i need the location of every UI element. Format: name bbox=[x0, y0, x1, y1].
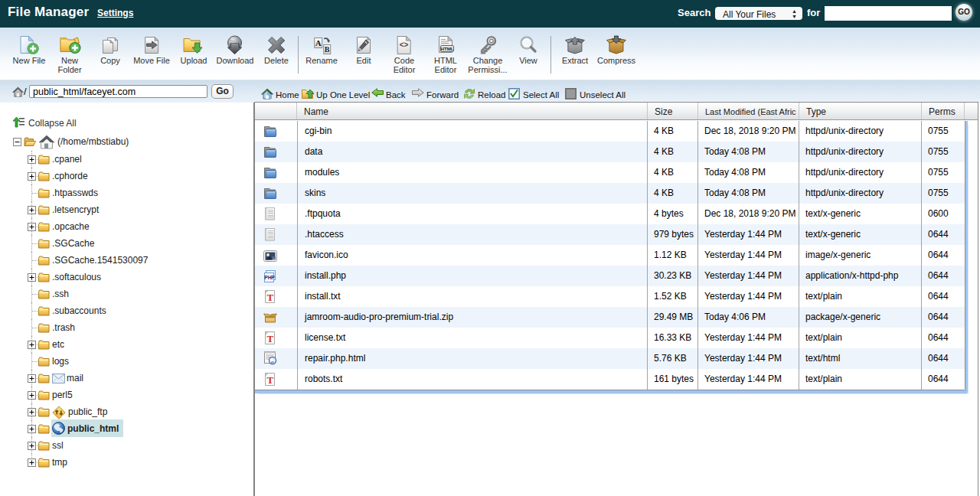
svg-text:PHP: PHP bbox=[264, 275, 275, 280]
svg-text:A: A bbox=[315, 38, 322, 47]
svg-text:T: T bbox=[266, 374, 273, 386]
svg-text:<>: <> bbox=[400, 41, 409, 49]
svg-text:HTML: HTML bbox=[440, 46, 453, 51]
svg-text:B: B bbox=[325, 45, 330, 54]
svg-text:T: T bbox=[266, 333, 273, 344]
svg-text:T: T bbox=[266, 292, 273, 303]
